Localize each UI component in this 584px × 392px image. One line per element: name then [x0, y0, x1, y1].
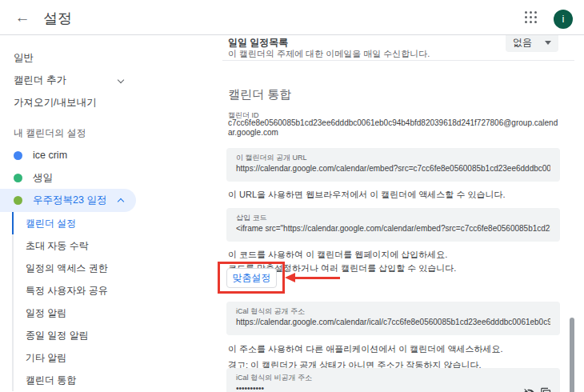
subitem-auto-accept[interactable]: 초대 자동 수락 — [12, 234, 208, 257]
calendar-color-dot — [14, 151, 22, 160]
public-url-value[interactable]: https://calendar.google.com/calendar/emb… — [236, 162, 550, 174]
ical-private-box: iCal 형식의 비공개 주소 •••••••••• — [226, 368, 560, 392]
subitem-other-notifications[interactable]: 기타 알림 — [12, 346, 208, 369]
embed-code-box: 삽입 코드 <iframe src="https://calendar.goog… — [226, 208, 560, 242]
ical-public-label: iCal 형식의 공개 주소 — [236, 307, 550, 316]
page-title: 설정 — [43, 9, 72, 28]
calendar-id-value: c7cc6fe8e0560085b1cd23ee6dddbc0061eb0c94… — [228, 118, 562, 138]
annotation-arrow-shaft — [294, 277, 340, 279]
subitem-calendar-settings[interactable]: 캘린더 설정 — [12, 212, 208, 234]
settings-page: ← 설정 i 일반 캘린더 추가 가져오기/내보내기 내 캘린더의 설정 ice… — [0, 0, 584, 392]
dropdown-value: 없음 — [513, 36, 532, 50]
public-url-label: 이 캘린더의 공개 URL — [236, 154, 550, 162]
embed-code-label: 삽입 코드 — [236, 214, 550, 222]
ical-public-value[interactable]: https://calendar.google.com/calendar/ica… — [236, 316, 550, 328]
sidebar-item-add-calendar[interactable]: 캘린더 추가 — [0, 69, 208, 91]
ical-note: 이 주소를 사용하여 다른 애플리케이션에서 이 캘린더에 액세스하세요. — [228, 343, 502, 355]
visibility-off-icon[interactable] — [523, 387, 535, 392]
calendar-color-dot — [14, 174, 22, 182]
sidebar-section-my-calendars: 내 캘린더의 설정 — [0, 122, 208, 144]
integration-heading: 캘린더 통합 — [228, 87, 291, 102]
calendar-item-ice-crim[interactable]: ice crim — [0, 144, 208, 166]
embed-note-1: 이 코드를 사용하여 이 캘린더를 웹페이지에 삽입하세요. — [228, 249, 447, 261]
copy-icon[interactable] — [540, 387, 552, 392]
sidebar-item-general[interactable]: 일반 — [0, 46, 208, 69]
daily-agenda-dropdown[interactable]: 없음 — [506, 33, 558, 52]
back-arrow-icon[interactable]: ← — [13, 8, 32, 27]
ical-private-label: iCal 형식의 비공개 주소 — [236, 374, 550, 382]
avatar[interactable]: i — [554, 10, 573, 29]
sidebar-item-import-export[interactable]: 가져오기/내보내기 — [0, 91, 208, 114]
section-divider — [222, 60, 574, 61]
calendar-subitems: 캘린더 설정 초대 자동 수락 일정의 액세스 권한 특정 사용자와 공유 일정… — [12, 212, 208, 391]
public-url-box: 이 캘린더의 공개 URL https://calendar.google.co… — [226, 148, 560, 182]
ical-private-value: •••••••••• — [236, 382, 550, 392]
chevron-up-icon — [118, 198, 124, 205]
subitem-access-permissions[interactable]: 일정의 액세스 권한 — [12, 257, 208, 279]
dropdown-caret-icon — [545, 41, 551, 45]
customize-button[interactable]: 맞춤설정 — [226, 268, 277, 288]
calendar-item-birthday[interactable]: 생일 — [0, 166, 208, 189]
scrollbar-thumb[interactable] — [570, 318, 574, 392]
apps-grid-icon[interactable] — [525, 11, 538, 24]
header-bar: ← 설정 i — [0, 0, 584, 35]
sidebar: 일반 캘린더 추가 가져오기/내보내기 내 캘린더의 설정 ice crim 생… — [0, 35, 208, 392]
subitem-integrate-calendar[interactable]: 캘린더 통합 — [12, 369, 208, 391]
public-url-note: 이 URL을 사용하면 웹브라우저에서 이 캘린더에 액세스할 수 있습니다. — [228, 189, 506, 201]
ical-public-box: iCal 형식의 공개 주소 https://calendar.google.c… — [226, 302, 560, 335]
subitem-event-notifications[interactable]: 일정 알림 — [12, 302, 208, 324]
subitem-allday-notifications[interactable]: 종일 일정 알림 — [12, 324, 208, 346]
subitem-share-with-people[interactable]: 특정 사용자와 공유 — [12, 279, 208, 302]
daily-agenda-description: 이 캘린더의 주제에 대한 이메일을 매일 수신합니다. — [228, 48, 430, 60]
calendar-item-active[interactable]: 우주정복23 일정 — [0, 189, 136, 212]
embed-code-value[interactable]: <iframe src="https://calendar.google.com… — [236, 222, 550, 234]
calendar-color-dot — [14, 196, 22, 205]
chevron-down-icon — [118, 77, 124, 83]
